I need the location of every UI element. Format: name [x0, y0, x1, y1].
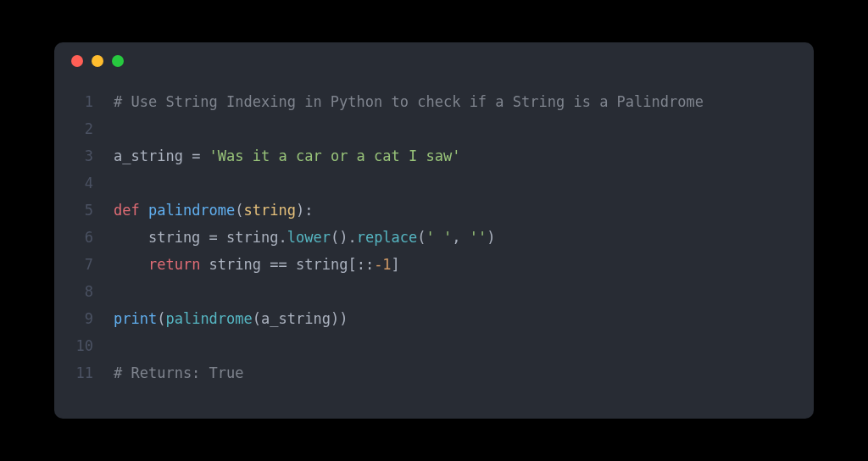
line-number: 1: [54, 88, 93, 115]
code-token: string: [226, 229, 278, 246]
window-titlebar: [54, 42, 814, 80]
code-token: # Use String Indexing in Python to check…: [114, 93, 704, 110]
code-token: ,: [452, 229, 469, 246]
line-number: 2: [54, 115, 93, 142]
code-token: palindrome: [165, 310, 252, 327]
line-number: 4: [54, 169, 93, 197]
code-token: a_string: [114, 147, 183, 164]
code-line: [114, 332, 814, 359]
line-number: 9: [54, 305, 93, 332]
code-token: def: [114, 202, 148, 219]
code-line: # Returns: True: [114, 359, 814, 386]
code-line: def palindrome(string):: [114, 197, 814, 224]
code-token: a_string: [261, 310, 331, 327]
code-line: print(palindrome(a_string)): [114, 305, 814, 332]
code-content[interactable]: # Use String Indexing in Python to check…: [114, 88, 814, 386]
code-token: lower: [287, 229, 331, 246]
line-number: 7: [54, 251, 93, 278]
code-token: (: [235, 202, 243, 219]
code-token: ' ': [426, 229, 453, 246]
code-token: (: [157, 310, 165, 327]
code-token: (: [253, 310, 261, 327]
line-number: 8: [54, 278, 93, 305]
zoom-icon[interactable]: [112, 55, 124, 67]
code-token: string: [114, 229, 200, 246]
code-line: [114, 115, 814, 142]
line-number: 5: [54, 197, 93, 224]
code-token: print: [114, 310, 157, 327]
code-token: ().: [331, 229, 357, 246]
line-number: 11: [54, 359, 93, 386]
code-token: .: [279, 229, 287, 246]
code-token: string: [296, 256, 348, 273]
code-line: string = string.lower().replace(' ', ''): [114, 224, 814, 251]
code-line: return string == string[::-1]: [114, 251, 814, 278]
code-token: '': [470, 229, 487, 246]
code-token: (: [417, 229, 426, 246]
code-line: [114, 278, 814, 305]
line-number-gutter: 1234567891011: [54, 88, 114, 386]
code-token: ):: [296, 202, 313, 219]
code-token: ==: [261, 256, 296, 273]
code-token: ): [487, 229, 495, 246]
code-token: return: [148, 256, 200, 273]
code-token: palindrome: [148, 202, 235, 219]
code-token: =: [200, 229, 226, 246]
line-number: 10: [54, 332, 93, 359]
code-line: # Use String Indexing in Python to check…: [114, 88, 814, 115]
line-number: 6: [54, 224, 93, 251]
code-token: replace: [357, 229, 418, 246]
code-token: =: [183, 147, 209, 164]
editor-area: 1234567891011 # Use String Indexing in P…: [54, 80, 814, 403]
code-token: [114, 256, 148, 273]
code-token: string: [244, 202, 296, 219]
code-token: string: [200, 256, 261, 273]
code-token: # Returns: True: [114, 364, 244, 381]
minimize-icon[interactable]: [92, 55, 103, 67]
line-number: 3: [54, 142, 93, 169]
code-line: [114, 169, 814, 197]
code-token: ]: [392, 256, 400, 273]
close-icon[interactable]: [71, 55, 83, 67]
code-line: a_string = 'Was it a car or a cat I saw': [114, 142, 814, 169]
code-token: -1: [374, 256, 391, 273]
code-token: [::: [348, 256, 374, 273]
code-token: )): [331, 310, 348, 327]
code-token: 'Was it a car or a cat I saw': [209, 147, 461, 164]
code-window: 1234567891011 # Use String Indexing in P…: [54, 42, 814, 419]
